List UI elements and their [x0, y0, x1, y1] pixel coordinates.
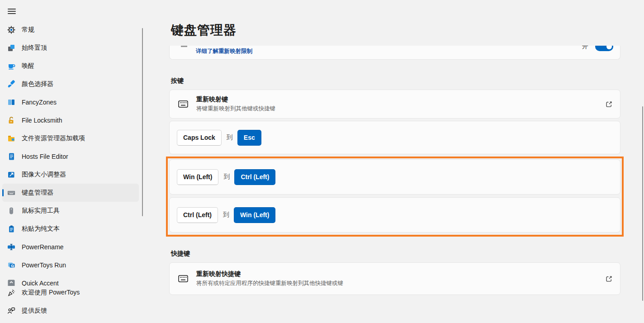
feedback-icon — [7, 307, 15, 315]
mouse-icon — [7, 207, 15, 215]
to-label: 到 — [223, 211, 229, 219]
sidebar-item-label: PowerToys Run — [22, 261, 66, 269]
sidebar-item-label: PowerRename — [22, 243, 64, 251]
sidebar-item-always-on-top[interactable]: 始终置顶 — [2, 39, 139, 57]
coffee-icon — [7, 62, 15, 70]
key-chip-to[interactable]: Esc — [237, 130, 261, 146]
sidebar-item-quick-accent[interactable]: Quick Accent — [2, 274, 139, 286]
key-chip-to[interactable]: Win (Left) — [234, 207, 275, 223]
remap-limitations-banner: 详细了解重新映射限制 开 — [169, 46, 620, 60]
eyedropper-icon — [7, 80, 15, 88]
toggle-knob — [606, 46, 612, 49]
mapping-row: Caps Lock 到 Esc — [169, 121, 620, 154]
enable-keyboard-manager-toggle[interactable] — [595, 46, 613, 51]
sidebar-item-label: 图像大小调整器 — [22, 171, 66, 179]
padlock-icon — [7, 116, 15, 124]
hamburger-menu-button[interactable] — [6, 6, 17, 16]
hamburger-menu-icon — [8, 11, 16, 12]
keyboard-outline-icon — [178, 275, 188, 282]
to-label: 到 — [227, 133, 233, 142]
sidebar-item-label: Hosts File Editor — [22, 153, 68, 160]
sidebar-item-file-locksmith[interactable]: File Locksmith — [2, 111, 139, 129]
sidebar-item-label: 唤醒 — [22, 62, 34, 70]
sidebar-item-label: 鼠标实用工具 — [22, 207, 60, 215]
sidebar-item-color-picker[interactable]: 颜色选择器 — [2, 75, 139, 93]
sidebar-item-welcome[interactable]: 欢迎使用 PowerToys — [0, 286, 141, 299]
sidebar-scrollbar[interactable] — [142, 28, 143, 216]
sidebar-item-label: 粘贴为纯文本 — [22, 225, 60, 233]
folder-icon — [7, 134, 15, 142]
sidebar-item-label: 始终置顶 — [22, 44, 47, 52]
selected-indicator — [2, 189, 4, 196]
gear-icon — [7, 26, 15, 34]
key-chip-to[interactable]: Ctrl (Left) — [234, 169, 275, 185]
sidebar-item-label: Quick Accent — [22, 280, 59, 286]
key-chip-from[interactable]: Win (Left) — [177, 169, 218, 185]
hamburger-menu-icon — [8, 13, 16, 14]
sidebar-item-label: 颜色选择器 — [22, 80, 53, 88]
external-link-icon — [606, 101, 612, 108]
sidebar-item-label: 提供反馈 — [22, 307, 47, 315]
toggle-state-label: 开 — [582, 46, 588, 51]
sidebar-item-keyboard-manager[interactable]: 键盘管理器 — [2, 184, 139, 202]
remap-shortcuts-subtitle: 将所有或特定应用程序的快捷键重新映射到其他快捷键或键 — [196, 280, 606, 287]
keyboard-icon — [7, 189, 15, 197]
info-icon-clipped — [181, 46, 187, 47]
sidebar-item-label: 文件资源管理器加载项 — [22, 134, 85, 142]
main-scrollbar[interactable] — [642, 106, 643, 301]
search-window-icon — [7, 261, 15, 269]
remap-shortcuts-card[interactable]: 重新映射快捷键 将所有或特定应用程序的快捷键重新映射到其他快捷键或键 — [169, 262, 620, 295]
sidebar-item-powertoys-run[interactable]: PowerToys Run — [2, 256, 139, 274]
key-chip-from[interactable]: Ctrl (Left) — [177, 207, 218, 223]
sidebar-item-label: 键盘管理器 — [22, 189, 53, 197]
layout-icon — [7, 98, 15, 106]
sidebar-item-general[interactable]: 常规 — [2, 21, 139, 39]
mapping-row: Win (Left) 到 Ctrl (Left) — [169, 159, 620, 195]
hamburger-menu-icon — [8, 9, 16, 10]
sidebar-item-powerrename[interactable]: PowerRename — [2, 238, 139, 256]
keys-section-header: 按键 — [171, 77, 184, 85]
party-popper-icon — [7, 289, 15, 297]
document-icon — [7, 152, 15, 161]
sidebar-item-label: 常规 — [22, 26, 34, 34]
remap-keys-card[interactable]: 重新映射键 将键重新映射到其他键或快捷键 — [169, 90, 620, 119]
sidebar-item-image-resizer[interactable]: 图像大小调整器 — [2, 166, 139, 184]
sidebar-item-hosts-file-editor[interactable]: Hosts File Editor — [2, 147, 139, 166]
to-label: 到 — [223, 173, 230, 181]
image-resize-icon — [7, 171, 15, 179]
sidebar-item-mouse-utilities[interactable]: 鼠标实用工具 — [2, 202, 139, 220]
key-chip-from[interactable]: Caps Lock — [177, 130, 222, 146]
sidebar-nav: 常规 始终置顶 唤醒 颜色选择器 FancyZones File Locksmi… — [0, 21, 141, 286]
sidebar-item-feedback[interactable]: 提供反馈 — [0, 304, 141, 318]
keyboard-outline-icon — [178, 100, 188, 108]
accent-icon — [7, 279, 15, 286]
learn-remapping-limitations-link[interactable]: 详细了解重新映射限制 — [196, 48, 252, 55]
sidebar-item-label: FancyZones — [22, 99, 57, 106]
sidebar-item-label: 欢迎使用 PowerToys — [22, 289, 80, 297]
always-on-top-icon — [7, 44, 15, 52]
sidebar-item-fancyzones[interactable]: FancyZones — [2, 93, 139, 111]
sidebar-item-file-explorer-addons[interactable]: 文件资源管理器加载项 — [2, 129, 139, 147]
page-title: 键盘管理器 — [171, 22, 237, 39]
sidebar-item-paste-as-plain-text[interactable]: 粘贴为纯文本 — [2, 220, 139, 238]
shortcuts-section-header: 快捷键 — [171, 250, 190, 258]
rename-icon — [7, 243, 15, 251]
remap-keys-title: 重新映射键 — [196, 95, 606, 104]
clipboard-icon — [7, 225, 15, 233]
sidebar-item-awake[interactable]: 唤醒 — [2, 57, 139, 75]
external-link-icon — [606, 276, 612, 282]
remap-keys-subtitle: 将键重新映射到其他键或快捷键 — [196, 105, 606, 113]
remap-shortcuts-title: 重新映射快捷键 — [196, 270, 606, 278]
mapping-row: Ctrl (Left) 到 Win (Left) — [169, 197, 620, 233]
sidebar-item-label: File Locksmith — [22, 117, 62, 124]
